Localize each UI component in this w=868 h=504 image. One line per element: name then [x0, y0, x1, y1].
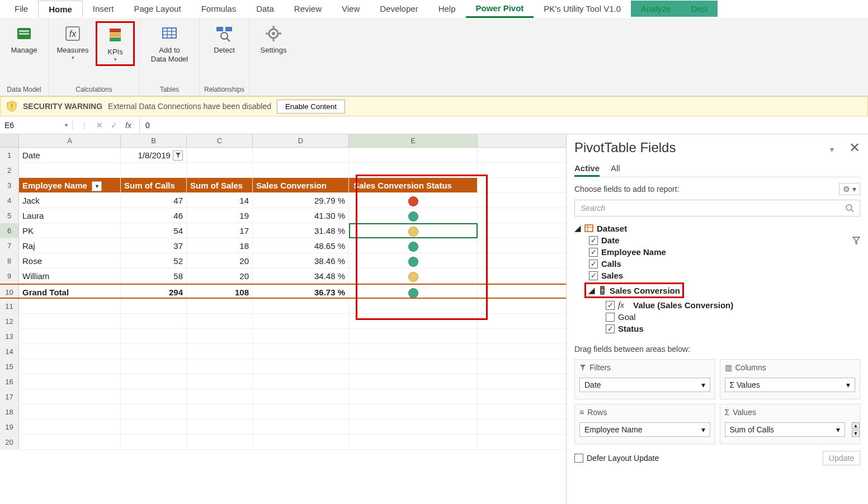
group-calculations: fx Measures ▾ KPIs ▾ Calculations: [49, 18, 140, 96]
cancel-icon[interactable]: ✕: [96, 121, 103, 130]
cell-a1[interactable]: Date: [19, 148, 121, 162]
update-button[interactable]: Update: [823, 451, 860, 465]
col-header-e[interactable]: E: [349, 134, 478, 147]
chevron-down-icon[interactable]: ▾: [830, 145, 834, 154]
filter-item[interactable]: Date▾: [579, 378, 710, 392]
checkbox-icon[interactable]: [606, 324, 615, 333]
area-rows[interactable]: ≡Rows Employee Name▾: [574, 404, 715, 444]
field-status[interactable]: Status: [574, 323, 860, 335]
checkbox-icon[interactable]: [606, 313, 615, 322]
svg-line-25: [851, 210, 853, 212]
area-columns[interactable]: ▥Columns Σ Values▾: [720, 359, 861, 399]
tab-pk-utility[interactable]: PK's Utility Tool V1.0: [534, 1, 631, 17]
ph-conv[interactable]: Sales Conversion: [253, 178, 349, 192]
pane-tab-all[interactable]: All: [611, 161, 620, 177]
chevron-down-icon: ▾: [65, 122, 68, 128]
col-header-a[interactable]: A: [19, 134, 121, 147]
select-all-corner[interactable]: [0, 134, 19, 147]
tab-review[interactable]: Review: [284, 1, 332, 17]
field-date[interactable]: Date: [574, 234, 860, 246]
field-search[interactable]: Search: [574, 200, 860, 216]
tab-developer[interactable]: Developer: [370, 1, 428, 17]
funnel-icon: [579, 364, 586, 371]
checkbox-icon[interactable]: [589, 236, 598, 245]
row-header-1[interactable]: 1: [0, 148, 19, 162]
area-filters[interactable]: Filters Date▾: [574, 359, 715, 399]
tab-help[interactable]: Help: [428, 1, 466, 17]
fx-icon[interactable]: fx: [125, 121, 131, 130]
pane-tab-active[interactable]: Active: [574, 161, 600, 177]
formula-icons: ⋮ ✕ ✓ fx: [73, 121, 139, 130]
chevron-down-icon: ▾: [846, 380, 850, 389]
manage-button[interactable]: Manage: [4, 21, 44, 57]
tab-power-pivot[interactable]: Power Pivot: [466, 0, 534, 18]
settings-button[interactable]: Settings: [254, 21, 293, 57]
row-item[interactable]: Employee Name▾: [579, 422, 710, 437]
tab-view[interactable]: View: [332, 1, 370, 17]
tab-data[interactable]: Data: [246, 1, 284, 17]
svg-text:!: !: [11, 102, 12, 110]
add-to-data-model-button[interactable]: Add to Data Model: [144, 21, 195, 65]
field-employee[interactable]: Employee Name: [574, 246, 860, 258]
checkbox-icon[interactable]: [589, 260, 598, 269]
tab-page-layout[interactable]: Page Layout: [124, 1, 191, 17]
col-header-b[interactable]: B: [121, 134, 187, 147]
dropdown-icon[interactable]: ▾: [92, 181, 102, 191]
ph-sales[interactable]: Sum of Sales: [187, 178, 253, 192]
detect-button[interactable]: Detect: [205, 21, 244, 57]
tab-design[interactable]: Desi: [681, 1, 718, 17]
checkbox-icon[interactable]: [589, 271, 598, 280]
tab-analyze[interactable]: Analyze: [631, 1, 681, 17]
status-dot-icon: [408, 257, 418, 267]
svg-rect-26: [585, 225, 593, 232]
filter-icon[interactable]: [173, 150, 183, 161]
measures-button[interactable]: fx Measures ▾: [53, 21, 92, 63]
kpis-label: KPIs: [107, 48, 122, 56]
tab-formulas[interactable]: Formulas: [191, 1, 247, 17]
worksheet[interactable]: A B C D E 1 Date 1/8/2019: [0, 134, 566, 504]
tab-file[interactable]: File: [4, 1, 38, 17]
kpis-button[interactable]: KPIs ▾: [96, 21, 135, 66]
checkbox-icon[interactable]: [606, 301, 615, 310]
ph-calls[interactable]: Sum of Calls: [121, 178, 187, 192]
col-header-c[interactable]: C: [187, 134, 253, 147]
formula-input[interactable]: 0: [139, 116, 868, 134]
field-sales-conversion[interactable]: ◢ Sales Conversion: [574, 281, 860, 299]
formula-bar: E6 ▾ ⋮ ✕ ✓ fx 0: [0, 116, 868, 134]
ph-employee[interactable]: Employee Name ▾: [19, 178, 121, 192]
area-values[interactable]: ΣValues Sum of Calls▾ ▲▼: [720, 404, 861, 444]
field-calls[interactable]: Calls: [574, 258, 860, 270]
cell-b1[interactable]: 1/8/2019: [121, 148, 187, 162]
field-list: ◢ Dataset Date Employee Name Calls Sales…: [574, 222, 860, 335]
scroll-down-icon[interactable]: ▼: [852, 430, 860, 437]
field-sales[interactable]: Sales: [574, 270, 860, 281]
enable-content-button[interactable]: Enable Content: [277, 100, 345, 114]
defer-checkbox[interactable]: Defer Layout Update: [574, 454, 659, 463]
gear-icon[interactable]: ⚙ ▾: [839, 183, 860, 195]
scroll-up-icon[interactable]: ▲: [852, 422, 860, 429]
svg-rect-7: [110, 37, 121, 41]
enter-icon[interactable]: ✓: [111, 121, 117, 130]
tab-insert[interactable]: Insert: [83, 1, 124, 17]
name-box[interactable]: E6 ▾: [0, 121, 73, 130]
svg-rect-5: [110, 29, 121, 32]
pivot-row: 5Laura461941.30 %: [0, 208, 566, 223]
column-item[interactable]: Σ Values▾: [725, 378, 856, 392]
col-header-d[interactable]: D: [253, 134, 349, 147]
checkbox-icon[interactable]: [589, 248, 598, 257]
field-value-sc[interactable]: fx Value (Sales Conversion): [574, 299, 860, 311]
value-item[interactable]: Sum of Calls▾: [725, 422, 846, 437]
group-tables: Add to Data Model Tables: [140, 18, 200, 96]
dataset-node[interactable]: ◢ Dataset: [574, 222, 860, 234]
manage-label: Manage: [11, 46, 37, 55]
ph-status[interactable]: Sales Conversion Status: [349, 178, 478, 192]
field-goal[interactable]: Goal: [574, 311, 860, 323]
tab-home[interactable]: Home: [38, 1, 83, 17]
chevron-down-icon: ▾: [701, 425, 705, 434]
fx-icon: fx: [63, 23, 83, 44]
pivot-row: 8Rose522038.46 %: [0, 253, 566, 269]
svg-point-24: [846, 205, 852, 210]
group-label-rel: Relationships: [204, 84, 244, 95]
close-icon[interactable]: ✕: [849, 140, 860, 155]
sigma-icon: Σ: [725, 408, 730, 417]
